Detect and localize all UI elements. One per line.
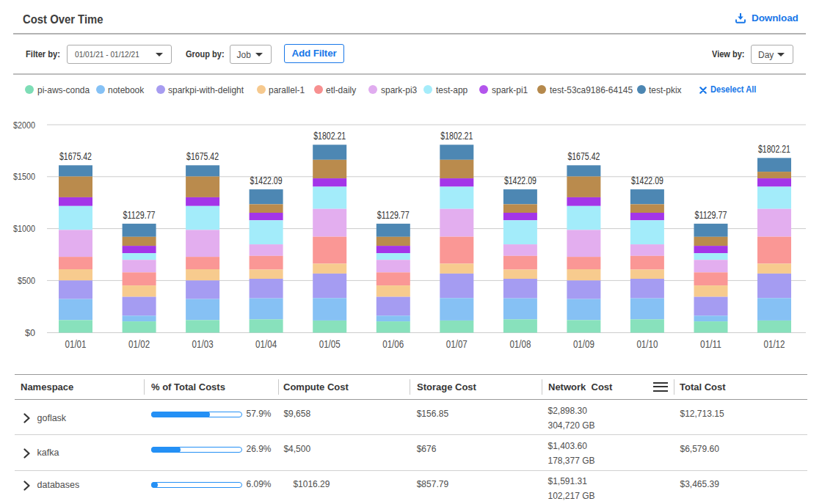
svg-text:$1422.09: $1422.09 [631, 175, 663, 186]
svg-text:$1500: $1500 [13, 171, 35, 182]
svg-text:01/02: 01/02 [128, 338, 150, 350]
svg-text:01/12: 01/12 [764, 338, 785, 350]
svg-text:01/07: 01/07 [446, 338, 468, 350]
svg-text:01/08: 01/08 [509, 338, 531, 350]
svg-text:01/09: 01/09 [573, 338, 594, 350]
svg-text:$1129.77: $1129.77 [123, 209, 156, 221]
svg-text:$1802.21: $1802.21 [758, 143, 790, 155]
svg-text:$1422.09: $1422.09 [250, 175, 283, 186]
svg-text:$0: $0 [25, 327, 35, 338]
svg-text:$1422.09: $1422.09 [504, 175, 537, 186]
svg-text:$500: $500 [18, 275, 35, 286]
svg-text:01/10: 01/10 [636, 338, 658, 350]
svg-text:01/05: 01/05 [319, 338, 341, 350]
svg-text:01/04: 01/04 [255, 338, 277, 350]
svg-text:$1802.21: $1802.21 [313, 130, 346, 142]
svg-text:$2000: $2000 [13, 120, 35, 131]
svg-text:01/06: 01/06 [382, 338, 404, 350]
svg-text:$1802.21: $1802.21 [440, 130, 473, 142]
svg-text:$1675.42: $1675.42 [567, 150, 600, 162]
svg-text:$1675.42: $1675.42 [186, 150, 219, 162]
svg-text:$1675.42: $1675.42 [59, 150, 92, 162]
svg-text:01/03: 01/03 [192, 338, 214, 350]
svg-text:01/01: 01/01 [65, 338, 87, 350]
svg-text:$1129.77: $1129.77 [377, 209, 410, 221]
svg-text:$1000: $1000 [13, 223, 35, 234]
svg-text:$1129.77: $1129.77 [695, 209, 727, 221]
svg-text:01/11: 01/11 [700, 338, 721, 350]
